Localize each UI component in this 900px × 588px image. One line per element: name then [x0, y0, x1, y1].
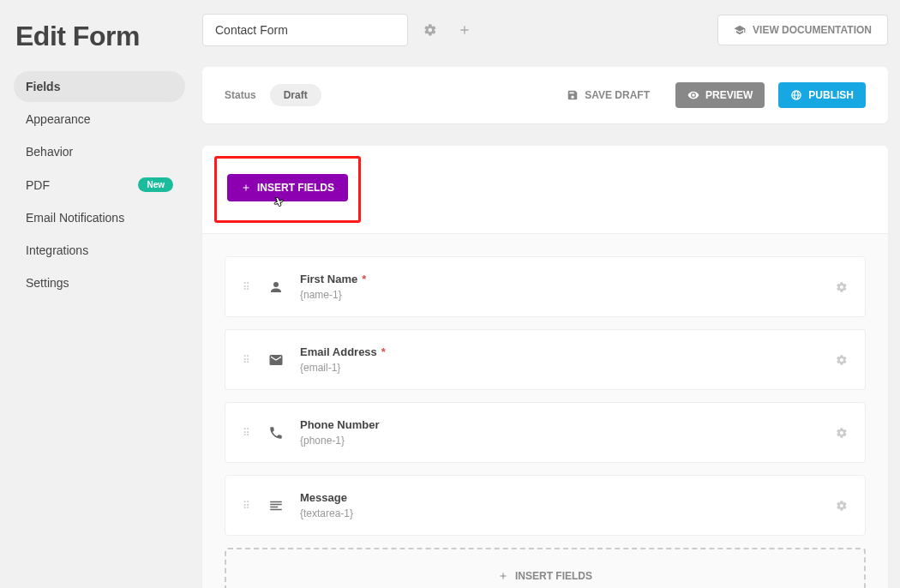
phone-icon	[266, 425, 286, 441]
preview-button[interactable]: PREVIEW	[675, 82, 765, 108]
sidebar-item-label: Integrations	[26, 243, 88, 257]
eye-icon	[687, 89, 699, 101]
fields-list: ⠿First Name *{name-1}⠿Email Address *{em…	[202, 233, 888, 588]
gear-icon[interactable]	[418, 18, 442, 42]
form-name-input[interactable]: Contact Form	[202, 14, 408, 46]
field-row[interactable]: ⠿First Name *{name-1}	[225, 256, 866, 317]
new-badge: New	[138, 177, 173, 192]
save-draft-button[interactable]: SAVE DRAFT	[555, 82, 662, 108]
field-row[interactable]: ⠿Message{textarea-1}	[225, 475, 866, 536]
required-indicator: *	[362, 273, 366, 285]
globe-icon	[790, 89, 802, 101]
save-draft-label: SAVE DRAFT	[585, 89, 650, 101]
drag-handle-icon[interactable]: ⠿	[243, 357, 252, 363]
sidebar-item-label: Behavior	[26, 145, 73, 159]
gear-icon[interactable]	[836, 427, 848, 439]
sidebar: Edit Form FieldsAppearanceBehaviorPDFNew…	[0, 0, 199, 588]
sidebar-item-label: Fields	[26, 80, 60, 93]
sidebar-item-fields[interactable]: Fields	[14, 71, 185, 102]
plus-icon	[241, 183, 251, 193]
plus-icon[interactable]	[453, 18, 477, 42]
topbar: Contact Form VIEW DOCUMENTATION	[202, 14, 888, 46]
sidebar-item-label: Settings	[26, 276, 69, 290]
view-documentation-label: VIEW DOCUMENTATION	[753, 24, 872, 36]
gear-icon[interactable]	[836, 500, 848, 512]
required-indicator: *	[381, 345, 386, 358]
field-token: {phone-1}	[300, 435, 822, 447]
main: Contact Form VIEW DOCUMENTATION Status D…	[199, 0, 900, 588]
field-row[interactable]: ⠿Email Address *{email-1}	[225, 329, 866, 390]
field-text: Phone Number{phone-1}	[300, 418, 822, 447]
field-row[interactable]: ⠿Phone Number{phone-1}	[225, 402, 866, 463]
field-token: {name-1}	[300, 289, 822, 301]
sidebar-item-email-notifications[interactable]: Email Notifications	[14, 202, 185, 233]
status-value: Draft	[270, 84, 321, 106]
sidebar-item-settings[interactable]: Settings	[14, 267, 185, 298]
field-text: First Name *{name-1}	[300, 273, 822, 301]
insert-fields-label: INSERT FIELDS	[257, 182, 334, 194]
sidebar-item-pdf[interactable]: PDFNew	[14, 169, 185, 201]
status-bar: Status Draft SAVE DRAFT PREVIEW PUBLISH	[202, 67, 888, 123]
drag-handle-icon[interactable]: ⠿	[243, 502, 252, 509]
preview-label: PREVIEW	[705, 89, 753, 101]
insert-fields-highlight: INSERT FIELDS	[214, 156, 361, 223]
sidebar-item-behavior[interactable]: Behavior	[14, 136, 185, 167]
publish-button[interactable]: PUBLISH	[778, 82, 866, 108]
field-label: First Name *	[300, 273, 822, 285]
sidebar-item-label: PDF	[26, 178, 50, 192]
insert-fields-button[interactable]: INSERT FIELDS	[227, 174, 348, 201]
field-label: Phone Number	[300, 418, 822, 431]
gear-icon[interactable]	[836, 354, 848, 366]
field-text: Email Address *{email-1}	[300, 345, 822, 374]
status-label: Status	[225, 89, 256, 101]
drag-handle-icon[interactable]: ⠿	[243, 429, 252, 436]
plus-icon	[498, 571, 508, 581]
fields-card: INSERT FIELDS ⠿First Name *{name-1}⠿Emai…	[202, 146, 888, 588]
view-documentation-button[interactable]: VIEW DOCUMENTATION	[717, 15, 888, 45]
gear-icon[interactable]	[836, 281, 848, 293]
drag-handle-icon[interactable]: ⠿	[243, 284, 252, 291]
cursor-icon	[272, 195, 287, 210]
field-label: Email Address *	[300, 345, 822, 358]
field-token: {email-1}	[300, 362, 822, 374]
graduation-cap-icon	[734, 24, 746, 36]
publish-label: PUBLISH	[808, 89, 854, 101]
mail-icon	[266, 352, 286, 368]
page-title: Edit Form	[15, 21, 185, 52]
sidebar-item-label: Email Notifications	[26, 211, 124, 225]
field-text: Message{textarea-1}	[300, 491, 822, 519]
field-token: {textarea-1}	[300, 507, 822, 519]
sidebar-nav: FieldsAppearanceBehaviorPDFNewEmail Noti…	[14, 71, 185, 298]
sidebar-item-label: Appearance	[26, 112, 91, 126]
sidebar-item-integrations[interactable]: Integrations	[14, 235, 185, 266]
insert-fields-dropzone[interactable]: INSERT FIELDS	[225, 548, 866, 588]
insert-fields-drop-label: INSERT FIELDS	[515, 570, 592, 582]
person-icon	[266, 279, 286, 295]
sidebar-item-appearance[interactable]: Appearance	[14, 104, 185, 135]
textarea-icon	[266, 498, 286, 513]
save-icon	[567, 89, 579, 101]
field-label: Message	[300, 491, 822, 504]
